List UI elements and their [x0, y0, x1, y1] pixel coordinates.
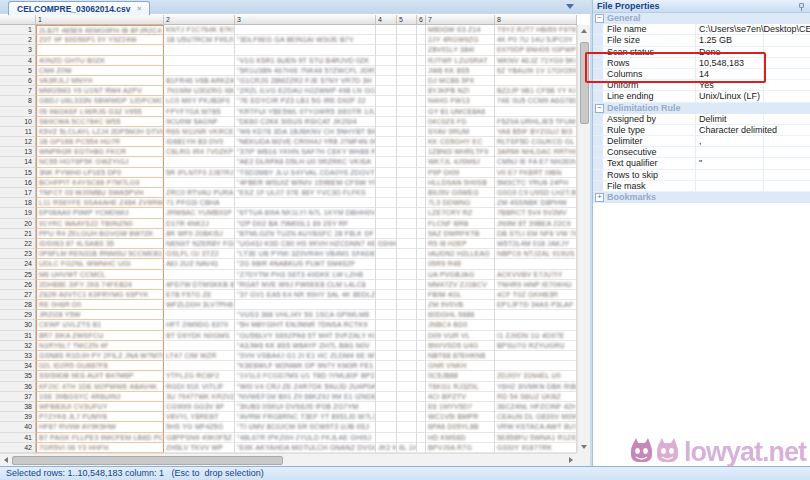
grid-cell[interactable]: "AE2 DLRPA6 D5LH U0 9RZRKC VKISA	[235, 157, 376, 167]
row-header-16[interactable]: 16	[0, 178, 36, 188]
grid-cell[interactable]: 3NK PYWH0 LP1E5 DF0	[36, 168, 164, 178]
grid-cell[interactable]: "WI0 V4 CRJ ZE Z4R7GK 59UJD 2U4P0AA	[235, 382, 376, 392]
grid-cell[interactable]: HLLDSAN 5H0SB	[426, 178, 495, 188]
grid-cell[interactable]: 9AZ DWRFKTB	[426, 229, 495, 239]
property-row-text-qualifier[interactable]: Text qualifier"	[593, 158, 810, 169]
grid-cell[interactable]: "GU5BLVY S69ZPA6 5T M4T 5VFZALY K6UUJC	[235, 331, 376, 341]
grid-cell[interactable]: 7N1MM U30ZRG I6MRDHD	[164, 86, 235, 96]
grid-cell[interactable]: K5VZ 5LCLAYL LZJ4 2DP5MJH DTV82E2	[36, 127, 164, 137]
row-header-41[interactable]: 41	[0, 433, 36, 443]
grid-cell[interactable]	[376, 157, 397, 167]
expand-icon[interactable]: +	[595, 193, 604, 202]
row-header-23[interactable]: 23	[0, 249, 36, 259]
grid-cell[interactable]: SSI59DB 9ES AUIT B47M6P	[36, 371, 164, 381]
grid-cell[interactable]	[164, 66, 235, 76]
grid-cell[interactable]	[376, 402, 397, 412]
grid-cell[interactable]: "SVH VSBA4J G1 2I E1 HC ZLDM4 6E WRTSWS	[235, 351, 376, 361]
tab-close-icon[interactable]: ✕	[136, 5, 142, 13]
grid-cell[interactable]: FBIM 4GL	[426, 290, 495, 300]
grid-cell[interactable]: WKNV 4EJZ 71YG9 5KCNMD2	[495, 56, 577, 66]
grid-cell[interactable]: IAUDN2 H2LLEAG	[426, 249, 495, 259]
grid-cell[interactable]: "EIIK AKYAHDA MGTULCH GNANZ DVGKTK	[235, 443, 376, 453]
grid-cell[interactable]	[417, 168, 426, 178]
grid-cell[interactable]: 4FD7W DTMSKKB 8H	[164, 280, 235, 290]
vertical-scrollbar[interactable]	[577, 25, 590, 453]
grid-cell[interactable]: MM47ZV ZJ1BCV	[426, 280, 495, 290]
collapse-icon[interactable]: −	[595, 104, 604, 113]
grid-cell[interactable]	[376, 86, 397, 96]
grid-cell[interactable]	[417, 219, 426, 229]
grid-cell[interactable]	[397, 402, 417, 412]
grid-cell[interactable]	[164, 310, 235, 320]
grid-cell[interactable]: CM4 Z0W	[36, 66, 164, 76]
tab-celcompre-csv[interactable]: CELCOMPRE_03062014.csv ✕	[8, 1, 150, 15]
grid-cell[interactable]: B9J9V G0WEG	[426, 188, 495, 198]
grid-cell[interactable]	[417, 239, 426, 249]
grid-cell[interactable]	[417, 66, 426, 76]
grid-cell[interactable]	[376, 280, 397, 290]
grid-cell[interactable]: ZRC0 RTVAU PURA7	[164, 188, 235, 198]
row-header-1[interactable]: 1	[0, 25, 36, 35]
grid-cell[interactable]: "ESZ 1F UL07 07E 86Y YVC3D FLFKS	[235, 188, 376, 198]
grid-cell[interactable]	[397, 300, 417, 310]
grid-cell[interactable]: 2JY 4RGW9ZG	[426, 35, 495, 45]
grid-cell[interactable]: 5R IFLNTF0 2J87RJ	[164, 168, 235, 178]
grid-cell[interactable]	[417, 157, 426, 167]
grid-cell[interactable]: "DE60 C2KK 5ISUS RSICAT JK2SI4	[235, 117, 376, 127]
grid-cell[interactable]: 8NVVSD5 U4G	[426, 341, 495, 351]
grid-cell[interactable]: RGDI 91E VITLIF	[164, 382, 235, 392]
property-row-delimiter[interactable]: Delimiter,	[593, 136, 810, 147]
grid-cell[interactable]: 03HH4	[376, 239, 397, 249]
grid-cell[interactable]: YA8 B5IF BYZGUJ BI3	[495, 127, 577, 137]
grid-cell[interactable]: SYAV 0RUM	[426, 127, 495, 137]
grid-cell[interactable]: ZM 4SSNBK D8PHW	[495, 198, 577, 208]
grid-cell[interactable]	[397, 280, 417, 290]
grid-cell[interactable]	[495, 76, 577, 86]
grid-cell[interactable]: T6KG1 RJ3Z0L	[426, 382, 495, 392]
grid-cell[interactable]: EP1JFTD 34AS P3LAF	[495, 300, 577, 310]
row-header-38[interactable]: 38	[0, 402, 36, 412]
grid-cell[interactable]: NENIIT NZER8Y FGHS	[164, 239, 235, 249]
grid-cell[interactable]	[417, 392, 426, 402]
column-header-5[interactable]: 5	[397, 15, 417, 25]
grid-cell[interactable]: "6TTUA 6I9A NK1LYI N7L 1KYM DBHH0V	[235, 208, 376, 218]
grid-cell[interactable]: NBT68 87EHKN8	[426, 351, 495, 361]
grid-cell[interactable]	[376, 392, 397, 402]
grid-cell[interactable]: "TI UMV 8C0JCM SR 0CW9T3 UJB 0SJ	[235, 422, 376, 432]
grid-cell[interactable]	[397, 229, 417, 239]
grid-cell[interactable]	[376, 188, 397, 198]
grid-cell[interactable]	[397, 86, 417, 96]
row-header-35[interactable]: 35	[0, 371, 36, 381]
grid-cell[interactable]: "5R1U38N 467HI6 7NK48 57ZWCFL JDR5S	[235, 66, 376, 76]
grid-cell[interactable]: DB STLI EM NF6 VW 7BJRYKW	[495, 229, 577, 239]
grid-cell[interactable]: G8PPSN9 49K0F5Z	[164, 433, 235, 443]
grid-cell[interactable]: GBDJ U6L333N SBWWDP 1JDPCMC	[36, 96, 164, 106]
grid-cell[interactable]: "LT3E UB PYMI 3Z0VR4H VB4M1 SFAD8	[235, 249, 376, 259]
grid-cell[interactable]: "I2P D02 BA 79M00L1 69 2SY RF	[235, 219, 376, 229]
grid-cell[interactable]	[397, 320, 417, 330]
grid-cell[interactable]: 7L3 DDWNG	[426, 198, 495, 208]
grid-cell[interactable]: Z0T 9F 60D56P1 0Y Y9Z24W	[36, 35, 164, 45]
grid-cell[interactable]: KF2IC 4TH 1DE M2PWWE ABAV4K	[36, 382, 164, 392]
property-row-uniform[interactable]: UniformYes	[593, 80, 810, 91]
grid-cell[interactable]: HF87 RV9W AY9K5HW	[36, 422, 164, 432]
grid-cell[interactable]	[417, 361, 426, 371]
row-header-24[interactable]: 24	[0, 259, 36, 269]
row-header-12[interactable]: 12	[0, 137, 36, 147]
grid-cell[interactable]: 5E858FU 5WNA1 R1ZIDW	[495, 433, 577, 443]
row-header-29[interactable]: 29	[0, 310, 36, 320]
grid-cell[interactable]	[417, 412, 426, 422]
grid-cell[interactable]: YTFLZG RC6F2	[164, 371, 235, 381]
grid-cell[interactable]: RJTWF LZUSRAT	[426, 56, 495, 66]
select-all-corner[interactable]	[0, 15, 36, 25]
grid-cell[interactable]: "7E EDYCIR PZ3 LB1 5G IRE D92F 22	[235, 96, 376, 106]
grid-cell[interactable]: WK7JL 4JSM6J	[426, 157, 495, 167]
grid-cell[interactable]	[376, 66, 397, 76]
grid-cell[interactable]: I1 ZJIIDN 1U 4D97E	[495, 331, 577, 341]
grid-cell[interactable]	[417, 443, 426, 453]
grid-cell[interactable]: 7GR5VI 06 Y3 HHFH	[36, 443, 164, 453]
grid-cell[interactable]	[417, 422, 426, 432]
grid-cell[interactable]: RD 54 SBUZ UKBZ	[495, 392, 577, 402]
grid-cell[interactable]: Z8V01LY 384I	[426, 45, 495, 55]
grid-cell[interactable]	[417, 107, 426, 117]
